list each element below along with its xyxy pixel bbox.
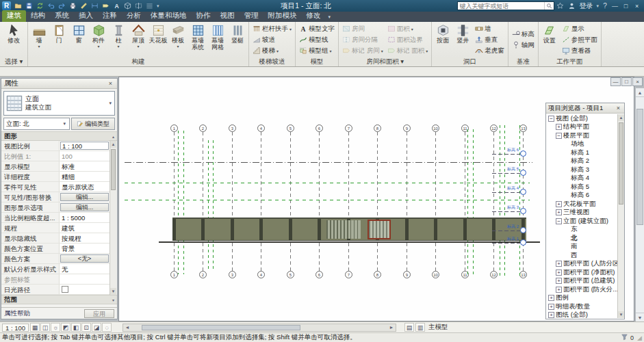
crop-view-icon[interactable]: ◧ [71, 323, 81, 332]
expand-icon[interactable]: + [548, 295, 554, 301]
tool-wall-opening[interactable]: 墙 [473, 23, 506, 34]
reference-plane-line[interactable] [473, 129, 474, 274]
property-scale-value-value[interactable]: 100 [60, 152, 109, 160]
tool-ceiling[interactable]: 天花板 [149, 23, 168, 57]
property-color-scheme-location-value[interactable]: 背景 [60, 244, 109, 254]
tree-item[interactable]: 标高 2 [546, 157, 617, 166]
level-line[interactable] [492, 173, 520, 174]
expand-icon[interactable]: + [556, 261, 562, 267]
tool-curtain-grid[interactable]: 幕墙 网格 [208, 23, 227, 57]
property-discipline-value[interactable]: 建筑 [60, 224, 109, 233]
level-line[interactable] [492, 243, 520, 244]
minimize-button[interactable]: — [610, 1, 620, 10]
grid-bubble[interactable]: 8 [374, 271, 381, 278]
edit-type-button[interactable]: 编辑类型 [71, 118, 115, 130]
grid-line[interactable] [319, 132, 320, 271]
resize-grip[interactable]: ◢ [637, 334, 642, 341]
reference-plane-line[interactable] [178, 131, 179, 274]
tree-item[interactable]: +天花板平面 [546, 200, 617, 209]
grid-bubble[interactable]: 8 [374, 124, 381, 132]
grid-line[interactable] [377, 132, 378, 271]
tool-wall[interactable]: 墙▾ [29, 23, 49, 57]
reference-plane-line[interactable] [208, 140, 209, 269]
tab-structure[interactable]: 结构 [26, 10, 50, 22]
tool-roof[interactable]: 屋顶▾ [129, 23, 148, 57]
level-label[interactable]: 标高 2 [490, 224, 519, 229]
reference-plane-line[interactable] [519, 125, 520, 278]
visual-style-icon[interactable]: ◫ [40, 323, 50, 332]
grid-bubble[interactable]: 13 [519, 124, 527, 132]
tree-item[interactable]: +三维视图 [546, 209, 617, 218]
tree-item[interactable]: −立面 (建筑立面) [546, 217, 617, 226]
ribbon-panel-label-opening[interactable]: 洞口 [432, 57, 508, 66]
ribbon-panel-label-datum[interactable]: 基准 [508, 57, 538, 66]
tool-set-work-plane[interactable]: 设置 [540, 23, 559, 57]
tool-window[interactable]: 窗 [69, 23, 88, 57]
undo-icon[interactable] [46, 1, 56, 10]
level-line[interactable] [492, 211, 520, 212]
tree-item[interactable]: +结构平面 [546, 123, 617, 132]
save-icon[interactable] [24, 1, 34, 10]
tree-item[interactable]: 东 [546, 226, 617, 235]
tree-item[interactable]: +明细表/数量 [546, 302, 617, 311]
login-caret-icon[interactable]: ▾ [595, 3, 601, 9]
level-head-icon[interactable] [520, 189, 526, 195]
scroll-down-icon[interactable]: ▼ [636, 313, 644, 321]
level-head-icon[interactable] [520, 150, 526, 157]
grid-bubble[interactable]: 2 [199, 124, 207, 132]
reveal-hidden-icon[interactable]: ◌ [102, 323, 112, 332]
view-minimize-icon[interactable]: — [610, 77, 621, 86]
level-label[interactable]: 标高 6 [490, 148, 519, 153]
level-label[interactable]: 标高 3 [490, 205, 519, 210]
print-icon[interactable] [68, 1, 78, 10]
property-analysis-display-style-value[interactable]: 无 [60, 265, 109, 274]
design-options-label[interactable]: 主模型 [426, 323, 450, 332]
horizontal-scroll-thumb[interactable] [142, 325, 300, 330]
property-color-scheme-button[interactable]: <无> [60, 254, 109, 263]
tool-show-work-plane[interactable]: 显示 [560, 23, 600, 34]
section-header-graphics[interactable]: 图形▴ [1, 131, 117, 141]
properties-scroll-up-icon[interactable]: ▲ [110, 141, 116, 148]
selection-filter-icon[interactable] [621, 333, 628, 342]
collapse-icon[interactable]: − [556, 218, 562, 224]
tab-view[interactable]: 视图 [216, 10, 240, 22]
help-icon[interactable]: ? [601, 2, 609, 10]
grid-line[interactable] [493, 132, 494, 271]
reference-plane-line[interactable] [467, 129, 468, 274]
apply-button[interactable]: 应用 [84, 309, 114, 318]
tool-tag-room[interactable]: 标记 房间▾ [340, 45, 385, 56]
tool-grid[interactable]: 轴网 [510, 40, 537, 51]
scroll-up-icon[interactable]: ▲ [636, 88, 644, 97]
tool-stair[interactable]: 楼梯▾ [250, 45, 294, 56]
star-icon[interactable] [555, 1, 566, 10]
search-icon[interactable] [544, 2, 554, 10]
expand-icon[interactable]: + [556, 209, 562, 215]
grid-bubble[interactable]: 4 [257, 124, 265, 132]
expand-icon[interactable]: + [556, 201, 562, 207]
reference-plane-line[interactable] [125, 200, 530, 200]
building-elevation[interactable] [172, 218, 526, 241]
section-icon[interactable] [133, 1, 144, 10]
tree-item[interactable]: 场地 [546, 140, 617, 149]
scroll-right-icon[interactable]: ► [387, 325, 396, 330]
reference-plane-line[interactable] [183, 131, 184, 274]
tree-item[interactable]: 标高 6 [546, 192, 617, 200]
grid-bubble[interactable]: 7 [345, 124, 352, 132]
level-line[interactable] [492, 154, 520, 155]
tool-viewer[interactable]: 查看器 [560, 45, 600, 56]
properties-scrollbar[interactable]: ▲ ▼ [110, 141, 116, 295]
level-line[interactable] [492, 192, 520, 193]
grid-bubble[interactable]: 13 [519, 271, 527, 278]
grid-bubble[interactable]: 12 [490, 271, 498, 278]
tree-item[interactable]: 标高 1 [546, 148, 617, 157]
grid-bubble[interactable]: 2 [199, 271, 207, 278]
tool-model-line[interactable]: 模型线 [297, 34, 337, 45]
grid-bubble[interactable]: 5 [287, 271, 294, 278]
level-head-icon[interactable] [520, 170, 526, 176]
type-selector[interactable]: 立面 建筑立面 ▾ [3, 91, 115, 116]
property-graphic-display-options-button[interactable]: 编辑... [60, 203, 109, 211]
tool-tag-area[interactable]: 标记 面积▾ [385, 45, 430, 56]
expand-icon[interactable]: + [556, 278, 562, 284]
tool-ramp[interactable]: 坡道 [250, 34, 294, 45]
thin-lines-icon[interactable] [144, 1, 155, 10]
